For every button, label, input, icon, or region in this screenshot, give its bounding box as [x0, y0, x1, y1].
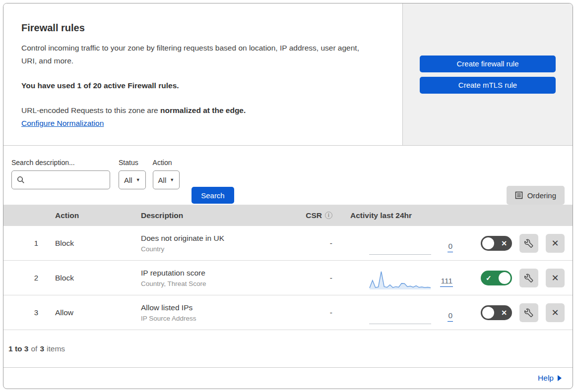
csr-column-header: CSR i [293, 211, 332, 220]
info-icon[interactable]: i [325, 212, 332, 219]
delete-rule-button[interactable]: ✕ [546, 303, 565, 322]
rule-fields: Country, Threat Score [141, 280, 293, 287]
close-icon: ✕ [551, 273, 559, 283]
rule-enabled-toggle[interactable]: ✓ [481, 271, 512, 285]
rule-fields: Country [141, 245, 293, 253]
create-firewall-rule-button[interactable]: Create firewall rule [420, 56, 556, 72]
items-total: 3 [40, 344, 44, 353]
rule-description-cell: Does not originate in UK Country [129, 234, 293, 253]
table-row: 3 Allow Allow listed IPs IP Source Addre… [3, 295, 573, 330]
rule-controls: ✕ ✕ [456, 234, 573, 253]
rule-action: Block [42, 274, 129, 282]
edit-rule-button[interactable] [519, 303, 538, 322]
edit-rule-button[interactable] [519, 269, 538, 287]
wrench-icon [524, 273, 534, 282]
normalization-prefix: URL-encoded Requests to this zone are [21, 106, 160, 114]
table-row: 2 Block IP reputation score Country, Thr… [3, 261, 573, 295]
normalization-bold: normalized at the edge. [160, 106, 246, 114]
filter-bar: Search description... Status All ▼ Actio… [3, 146, 573, 205]
activity-sparkline [369, 268, 431, 290]
rule-activity-cell: 111 [332, 261, 456, 295]
wrench-icon [524, 238, 534, 248]
help-link-label: Help [538, 374, 554, 383]
chevron-down-icon: ▼ [170, 177, 174, 182]
items-text: items [47, 344, 65, 353]
search-input[interactable] [29, 176, 105, 184]
activity-sparkline [369, 303, 431, 325]
rule-priority: 3 [3, 308, 42, 317]
activity-count-link[interactable]: 0 [448, 242, 453, 252]
status-select-value: All [124, 176, 132, 184]
close-icon: ✕ [551, 307, 559, 318]
activity-column-header: Activity last 24hr [332, 211, 456, 220]
rule-csr-value: - [293, 239, 332, 248]
help-bar: Help [3, 368, 573, 389]
help-link[interactable]: Help [538, 374, 562, 383]
edit-rule-button[interactable] [519, 234, 538, 253]
action-select-value: All [158, 176, 167, 184]
arrow-right-icon [558, 375, 562, 381]
create-mtls-rule-button[interactable]: Create mTLS rule [420, 77, 556, 94]
rule-description: Allow listed IPs [141, 303, 293, 312]
configure-normalization-link[interactable]: Configure Normalization [21, 119, 104, 127]
of-text: of [31, 344, 37, 353]
rule-description: Does not originate in UK [141, 234, 293, 243]
delete-rule-button[interactable]: ✕ [546, 269, 565, 287]
toggle-state-icon: ✕ [501, 309, 507, 317]
activity-count-link[interactable]: 111 [440, 277, 453, 287]
hero-text-panel: Firewall rules Control incoming traffic … [3, 3, 403, 145]
action-select[interactable]: All ▼ [153, 170, 180, 189]
rule-action: Block [42, 239, 129, 248]
wrench-icon [524, 308, 534, 317]
description-column-header: Description [129, 211, 293, 220]
rule-priority: 2 [3, 274, 42, 282]
status-label: Status [119, 159, 146, 167]
activity-count-link[interactable]: 0 [448, 311, 453, 322]
action-column-header: Action [42, 211, 129, 220]
ordering-button-label: Ordering [527, 191, 556, 200]
search-icon [17, 176, 25, 184]
rule-csr-value: - [293, 274, 332, 282]
rule-description-cell: IP reputation score Country, Threat Scor… [129, 269, 293, 287]
search-button[interactable]: Search [192, 187, 234, 204]
rule-priority: 1 [3, 239, 42, 247]
toggle-knob [482, 307, 494, 319]
action-label: Action [153, 159, 180, 167]
status-select[interactable]: All ▼ [119, 170, 146, 189]
page-title: Firewall rules [21, 22, 383, 34]
ordering-button[interactable]: Ordering [507, 186, 565, 205]
rule-fields: IP Source Address [141, 315, 293, 322]
rule-action: Allow [42, 308, 129, 317]
chevron-down-icon: ▼ [136, 177, 140, 182]
rule-description-cell: Allow listed IPs IP Source Address [129, 303, 293, 322]
delete-rule-button[interactable]: ✕ [546, 234, 565, 253]
search-label: Search description... [11, 159, 110, 167]
rule-enabled-toggle[interactable]: ✕ [481, 236, 512, 251]
rule-controls: ✓ ✕ [456, 269, 573, 287]
close-icon: ✕ [551, 238, 559, 249]
csr-header-label: CSR [306, 211, 322, 220]
status-filter-group: Status All ▼ [119, 159, 146, 189]
toggle-knob [482, 237, 494, 249]
usage-summary: You have used 1 of 20 active Firewall ru… [21, 81, 383, 90]
rule-activity-cell: 0 [332, 226, 456, 260]
table-row: 1 Block Does not originate in UK Country… [3, 226, 573, 261]
action-filter-group: Action All ▼ [153, 159, 180, 189]
rule-enabled-toggle[interactable]: ✕ [481, 305, 512, 320]
rule-csr-value: - [293, 308, 332, 317]
hero-section: Firewall rules Control incoming traffic … [3, 3, 573, 146]
list-icon [515, 191, 523, 199]
toggle-state-icon: ✕ [501, 239, 507, 247]
rule-activity-cell: 0 [332, 295, 456, 330]
table-footer: 1 to 3 of 3 items [3, 330, 573, 368]
search-input-wrap [11, 170, 110, 189]
page-description: Control incoming traffic to your zone by… [21, 42, 375, 67]
firewall-rules-card: Firewall rules Control incoming traffic … [3, 3, 573, 389]
normalization-note: URL-encoded Requests to this zone are no… [21, 104, 383, 117]
toggle-state-icon: ✓ [486, 274, 492, 282]
search-group: Search description... [11, 159, 110, 189]
items-range: 1 to 3 [8, 344, 28, 353]
activity-sparkline [369, 233, 431, 255]
table-header-row: Action Description CSR i Activity last 2… [3, 205, 573, 226]
hero-actions-panel: Create firewall rule Create mTLS rule [403, 3, 573, 145]
